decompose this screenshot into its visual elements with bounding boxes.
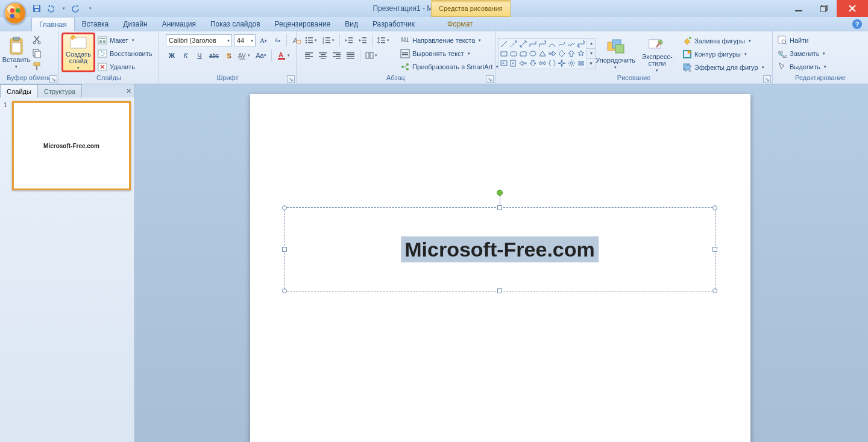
columns-icon[interactable]: [363, 49, 379, 61]
font-family-combobox[interactable]: Calibri (Заголов: [166, 34, 232, 46]
undo-dropdown[interactable]: [58, 3, 69, 14]
text-direction-button[interactable]: llâНаправление текста▾: [398, 34, 501, 47]
cut-icon[interactable]: [30, 34, 43, 46]
delete-slide-button[interactable]: Удалить: [95, 60, 154, 73]
decrease-indent-icon[interactable]: [343, 34, 355, 46]
shape-text-icon[interactable]: A: [500, 59, 508, 67]
shape-double-arrow-icon[interactable]: [519, 40, 527, 48]
tab-design[interactable]: Дизайн: [116, 17, 154, 31]
shape-elbow-arrow-icon[interactable]: [538, 40, 547, 48]
numbering-icon[interactable]: 123: [321, 34, 336, 46]
handle-tc[interactable]: [497, 205, 502, 210]
gallery-up-icon[interactable]: ▴: [587, 39, 595, 49]
shape-equal-icon[interactable]: [577, 59, 585, 67]
title-textbox[interactable]: Microsoft-Free.com: [284, 207, 715, 291]
handle-bc[interactable]: [497, 288, 502, 293]
drawing-dialog-launcher[interactable]: ↘: [763, 75, 771, 83]
pane-tab-outline[interactable]: Структура: [37, 84, 82, 98]
shape-diamond-icon[interactable]: [558, 49, 566, 58]
shape-triangle-icon[interactable]: [538, 49, 547, 58]
italic-icon[interactable]: К: [180, 49, 192, 61]
tab-review[interactable]: Рецензирование: [268, 17, 338, 31]
find-button[interactable]: Найти: [775, 34, 811, 47]
shape-down-arrow-icon[interactable]: [529, 59, 537, 67]
justify-icon[interactable]: [345, 49, 357, 61]
align-right-icon[interactable]: [331, 49, 343, 61]
minimize-button[interactable]: [786, 0, 811, 17]
shrink-font-icon[interactable]: A▾: [271, 34, 283, 46]
tab-animation[interactable]: Анимация: [155, 17, 203, 31]
slide-thumbnail[interactable]: Microsoft-Free.com: [12, 101, 131, 190]
handle-tl[interactable]: [282, 205, 287, 210]
shadow-icon[interactable]: S: [222, 49, 234, 61]
shape-leftright-icon[interactable]: [538, 59, 547, 67]
clipboard-dialog-launcher[interactable]: ↘: [49, 75, 57, 83]
select-button[interactable]: Выделить▾: [775, 60, 829, 73]
save-icon[interactable]: [31, 3, 42, 14]
shape-brace-icon[interactable]: [548, 59, 556, 67]
shape-elbow-icon[interactable]: [529, 40, 537, 48]
shape-left-arrow-icon[interactable]: [519, 59, 527, 67]
strike-icon[interactable]: abc: [207, 49, 221, 61]
arrange-button[interactable]: Упорядочить▾: [596, 34, 635, 73]
paste-button[interactable]: Вставить ▾: [2, 33, 30, 72]
font-size-combobox[interactable]: 44: [234, 34, 256, 46]
quick-styles-button[interactable]: Экспресс-стили▾: [635, 34, 679, 73]
underline-icon[interactable]: Ч: [193, 49, 206, 61]
restore-button[interactable]: [811, 0, 837, 17]
increase-indent-icon[interactable]: [357, 34, 369, 46]
format-painter-icon[interactable]: [30, 60, 43, 72]
tab-slideshow[interactable]: Показ слайдов: [203, 17, 268, 31]
shape-sun-icon[interactable]: [567, 59, 576, 67]
rotation-handle[interactable]: [497, 190, 503, 196]
shape-connector-icon[interactable]: [577, 40, 585, 48]
align-text-button[interactable]: Выровнять текст▾: [398, 47, 501, 60]
align-center-icon[interactable]: [317, 49, 329, 61]
grow-font-icon[interactable]: A▴: [257, 34, 269, 46]
shape-star-icon[interactable]: [577, 49, 585, 58]
shape-rect-icon[interactable]: [500, 49, 508, 58]
shape-outline-button[interactable]: Контур фигуры▾: [680, 48, 767, 61]
replace-button[interactable]: abacЗаменить▾: [775, 47, 828, 60]
tab-developer[interactable]: Разработчик: [365, 17, 422, 31]
shape-snip-icon[interactable]: [519, 49, 527, 58]
slide-canvas[interactable]: Microsoft-Free.com: [135, 84, 868, 442]
handle-mr[interactable]: [712, 247, 717, 252]
shape-4star-icon[interactable]: [558, 59, 566, 67]
shape-effects-button[interactable]: Эффекты для фигур▾: [680, 61, 767, 74]
handle-ml[interactable]: [282, 247, 287, 252]
new-slide-button[interactable]: Создать слайд▾: [61, 33, 95, 72]
font-color-icon[interactable]: A: [275, 49, 292, 61]
bold-icon[interactable]: Ж: [166, 49, 178, 61]
shape-curve-icon[interactable]: [548, 40, 556, 48]
gallery-down-icon[interactable]: ▾: [587, 49, 595, 59]
tab-home[interactable]: Главная: [31, 17, 75, 31]
undo-icon[interactable]: [45, 3, 55, 14]
shape-roundrect-icon[interactable]: [509, 49, 518, 58]
pane-tab-slides[interactable]: Слайды: [0, 84, 38, 98]
help-icon[interactable]: ?: [852, 19, 862, 29]
layout-button[interactable]: Макет▾: [95, 34, 154, 47]
shape-scribble-icon[interactable]: [567, 40, 576, 48]
shape-up-arrow-icon[interactable]: [567, 49, 576, 58]
gallery-more-icon[interactable]: ▼: [587, 59, 595, 69]
redo-icon[interactable]: [71, 3, 82, 14]
shapes-gallery[interactable]: A A: [498, 38, 587, 69]
close-button[interactable]: [837, 0, 868, 17]
tab-format[interactable]: Формат: [440, 17, 480, 31]
qat-customize-dropdown[interactable]: [84, 3, 95, 14]
tab-insert[interactable]: Вставка: [75, 17, 116, 31]
font-dialog-launcher[interactable]: ↘: [287, 75, 295, 83]
shape-arrow-icon[interactable]: [509, 40, 518, 48]
line-spacing-icon[interactable]: [376, 34, 391, 46]
align-left-icon[interactable]: [303, 49, 315, 61]
bullets-icon[interactable]: [303, 34, 319, 46]
office-button[interactable]: [4, 2, 27, 25]
change-case-icon[interactable]: Aa▾: [254, 49, 268, 61]
shape-vtext-icon[interactable]: A: [509, 59, 518, 67]
paragraph-dialog-launcher[interactable]: ↘: [486, 75, 494, 83]
handle-bl[interactable]: [282, 288, 287, 293]
title-text[interactable]: Microsoft-Free.com: [401, 237, 599, 263]
shape-right-arrow-icon[interactable]: [548, 49, 556, 58]
shape-freeform-icon[interactable]: [558, 40, 566, 48]
